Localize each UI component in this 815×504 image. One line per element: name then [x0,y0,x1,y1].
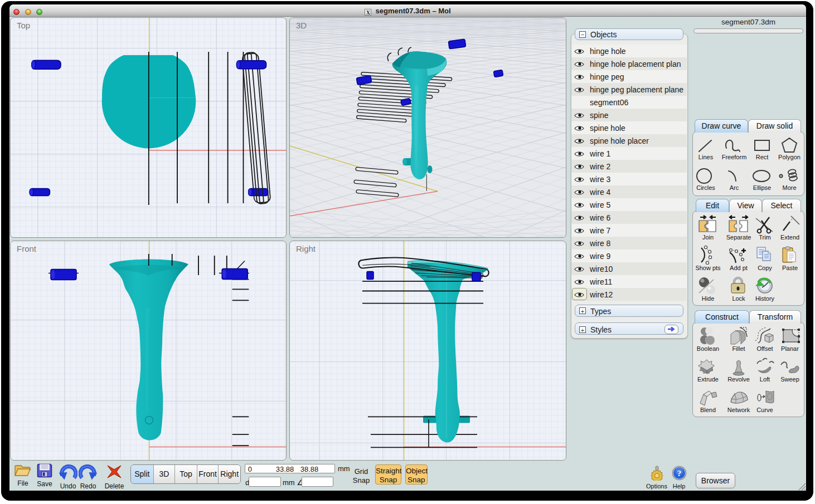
svg-text:Right: Right [296,244,316,253]
svg-text:Top: Top [17,21,30,30]
svg-text:3D: 3D [296,21,307,30]
svg-text:?: ? [677,469,681,478]
svg-text:Front: Front [17,244,37,253]
